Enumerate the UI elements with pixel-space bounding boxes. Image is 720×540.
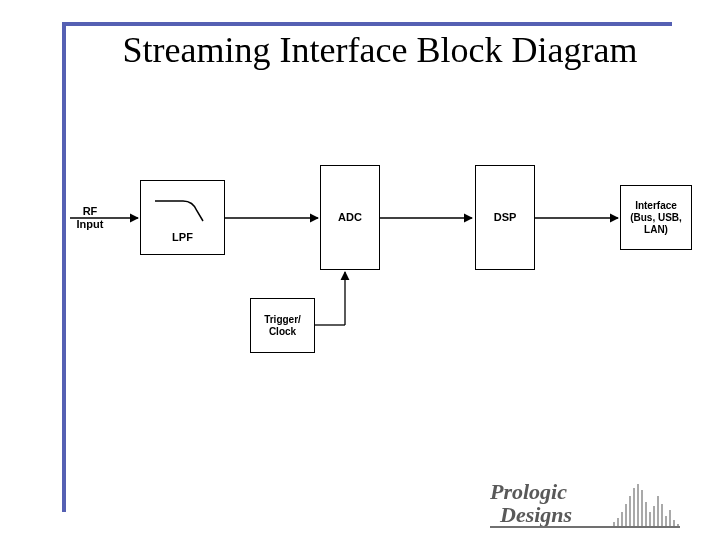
- frame-left: [62, 22, 66, 512]
- block-diagram: RFInput LPF ADC DSP Interface(Bus, USB,L…: [70, 150, 700, 410]
- frame-top: [62, 22, 672, 26]
- logo: Prologic Designs: [490, 480, 680, 528]
- logo-line1: Prologic: [490, 480, 572, 503]
- trigger-clock-block: Trigger/Clock: [250, 298, 315, 353]
- trigger-label: Trigger/Clock: [264, 314, 301, 338]
- dsp-label: DSP: [494, 211, 517, 224]
- page-title: Streaming Interface Block Diagram: [100, 30, 660, 71]
- logo-bars-icon: [610, 482, 680, 526]
- lpf-label: LPF: [141, 231, 224, 244]
- logo-text: Prologic Designs: [490, 480, 572, 526]
- dsp-block: DSP: [475, 165, 535, 270]
- interface-label: Interface(Bus, USB,LAN): [630, 200, 682, 236]
- rf-input-label: RFInput: [70, 205, 110, 231]
- lpf-block: LPF: [140, 180, 225, 255]
- adc-label: ADC: [338, 211, 362, 224]
- interface-block: Interface(Bus, USB,LAN): [620, 185, 692, 250]
- lpf-curve-icon: [153, 193, 213, 223]
- adc-block: ADC: [320, 165, 380, 270]
- logo-underline: [490, 526, 680, 528]
- logo-line2: Designs: [490, 503, 572, 526]
